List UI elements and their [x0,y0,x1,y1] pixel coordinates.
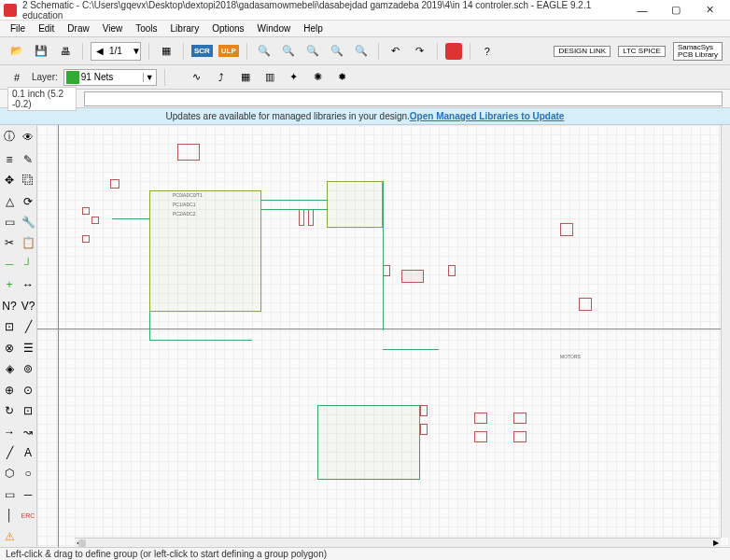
menu-help[interactable]: Help [297,23,330,34]
close-button[interactable]: ✕ [693,1,726,20]
maximize-button[interactable]: ▢ [659,1,693,20]
erc-tool[interactable]: ERC [19,505,37,525]
tool-opt6[interactable]: ✺ [309,68,328,87]
sheet-next-icon[interactable]: ▼ [127,46,140,56]
scroll-thumb[interactable] [78,539,86,547]
mirror-tool[interactable]: △ [0,190,19,211]
group-tool[interactable]: ▭ [0,212,19,232]
scroll-right-icon[interactable]: ▶ [711,539,721,547]
copy-tool[interactable]: ⿻ [19,170,37,190]
sheet-prev-icon[interactable]: ◀ [91,46,105,56]
help-button[interactable]: ? [478,42,497,61]
schematic-canvas[interactable]: PC0/ADC0/T1 PC1/ADC1 PC2/ADC2 MOTORS ◀ ▶ [37,125,730,547]
text-tool[interactable]: ⊕ [0,379,19,399]
sheet-navigator[interactable]: ◀ 1/1 ▼ [91,42,141,61]
replace-tool[interactable]: ↔ [19,274,37,295]
chevron-down-icon[interactable]: ▼ [143,73,156,82]
zoom-in-button[interactable]: 🔍 [279,42,298,61]
value-tool[interactable]: V? [19,296,37,316]
change-tool[interactable]: 🔧 [19,212,37,232]
tool-opt2[interactable]: ⤴ [212,68,231,87]
paste-tool[interactable]: 📋 [19,232,37,253]
add-tool[interactable]: ┘ [19,254,37,274]
stop-button[interactable] [445,43,462,60]
tool-opt4[interactable]: ▥ [260,68,279,87]
scrollbar-vertical[interactable] [721,125,730,538]
sch-comp [448,265,456,276]
pinswap-tool[interactable]: + [0,274,19,295]
hole-tool[interactable]: │ [0,505,19,525]
rect-tool[interactable]: ⊡ [19,400,37,421]
notification-link[interactable]: Open Managed Libraries to Update [410,111,565,121]
tool-opt7[interactable]: ✹ [333,68,352,87]
info-tool[interactable]: ⓘ [0,125,19,148]
grid-button[interactable]: # [7,68,26,87]
show-tool[interactable]: 👁 [19,125,37,148]
junction-tool[interactable]: A [19,442,37,463]
sch-label: PC0/ADC0/T1 [173,192,203,198]
minimize-button[interactable]: — [625,1,659,20]
print-button[interactable]: 🖶 [56,42,75,61]
sch-comp [513,431,526,442]
smash-tool[interactable]: ⊡ [0,316,19,337]
layer-value: 91 Nets [81,72,143,82]
command-input[interactable] [84,91,723,106]
layer-select[interactable]: 91 Nets ▼ [63,69,157,86]
design-link-logo[interactable]: DESIGN LINK [554,46,611,57]
sch-power [401,270,424,283]
wire-tool[interactable]: ⊚ [19,358,37,379]
optimize-tool[interactable]: ◈ [0,358,19,379]
split-tool[interactable]: ⊗ [0,337,19,357]
redo-button[interactable]: ↷ [411,42,429,61]
scr-button[interactable]: SCR [191,45,213,57]
rotate-tool[interactable]: ⟳ [19,190,37,211]
move-tool[interactable]: ✥ [0,170,19,190]
zoom-select-button[interactable]: 🔍 [328,42,346,61]
sheet-indicator: 1/1 [105,46,127,56]
menu-view[interactable]: View [96,23,130,34]
name-tool[interactable]: N? [0,296,19,316]
layers-tool[interactable]: ≡ [0,148,19,169]
sch-label: PC2/ADC2 [173,211,195,217]
net-tool[interactable]: ╱ [0,442,19,463]
zoom-redraw-button[interactable]: 🔍 [352,42,371,61]
menu-file[interactable]: File [4,23,32,34]
sch-comp [420,405,428,416]
save-button[interactable]: 💾 [32,42,50,61]
board-button[interactable]: ▦ [157,42,175,61]
samacsys-logo[interactable]: SamacSysPCB Library [673,42,723,61]
arc-tool[interactable]: ↻ [0,400,19,421]
poly-tool[interactable]: → [0,421,19,441]
miter-tool[interactable]: ╱ [19,316,37,337]
undo-button[interactable]: ↶ [386,42,405,61]
tool-opt3[interactable]: ▦ [236,68,255,87]
tool-opt1[interactable]: ∿ [188,68,206,87]
cut-tool[interactable]: ✂ [0,232,19,253]
menu-draw[interactable]: Draw [61,23,95,34]
zoom-fit-button[interactable]: 🔍 [255,42,274,61]
menu-library[interactable]: Library [164,23,206,34]
menu-tools[interactable]: Tools [129,23,163,34]
label-tool[interactable]: ⬡ [0,463,19,483]
dim-tool[interactable]: ▭ [0,484,19,505]
invoke-tool[interactable]: ☰ [19,337,37,357]
frame-tool[interactable]: ─ [19,484,37,505]
ulp-button[interactable]: ULP [218,45,239,57]
attr-tool[interactable]: ○ [19,463,37,483]
app-icon [4,4,17,17]
mark-tool[interactable]: ✎ [19,148,37,169]
tool-opt5[interactable]: ✦ [285,68,303,87]
sch-wire [383,181,384,330]
delete-tool[interactable]: ─ [0,254,19,274]
menu-edit[interactable]: Edit [32,23,61,34]
scrollbar-horizontal[interactable]: ◀ ▶ [75,538,721,547]
circle-tool[interactable]: ⊙ [19,379,37,399]
errors-tool[interactable]: ⚠ [0,526,19,547]
sch-wire [261,200,327,201]
open-button[interactable]: 📂 [7,42,26,61]
menu-window[interactable]: Window [251,23,298,34]
zoom-out-button[interactable]: 🔍 [303,42,322,61]
ltc-spice-logo[interactable]: LTC SPICE [618,46,666,57]
bus-tool[interactable]: ↝ [19,421,37,441]
menu-options[interactable]: Options [205,23,250,34]
